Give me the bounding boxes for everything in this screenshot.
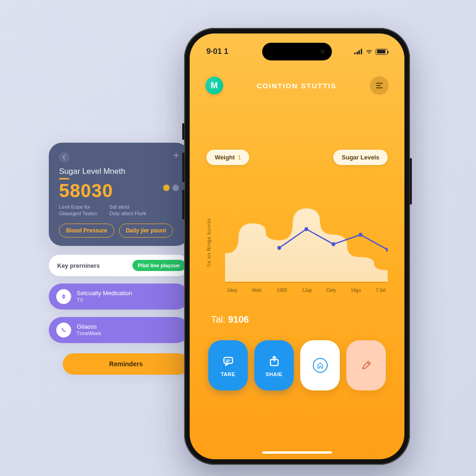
card-title: Sugar Level Mneth — [59, 162, 179, 176]
battery-icon — [376, 49, 388, 55]
phone-icon — [56, 323, 71, 337]
gliaoss-sub: TnneWeek — [77, 331, 101, 337]
medication-sub: TV — [77, 297, 132, 303]
chart-xtick: 1Jap — [302, 288, 312, 293]
back-icon[interactable] — [59, 152, 69, 162]
chart-xtick: Welc — [252, 288, 262, 293]
tare-label: TARE — [221, 371, 235, 377]
key-preminers-row[interactable]: Key prerniners Pilot line plaçoue — [49, 255, 189, 276]
chart: fia on Ninga bunrks 14epWelc18001JapOely… — [209, 188, 388, 298]
card-columns: Levil Eope for Glaseged Teston Sdi steld… — [59, 204, 179, 217]
wifi-icon — [365, 49, 373, 54]
app-logo[interactable]: M — [205, 77, 223, 94]
dot-active[interactable] — [163, 185, 170, 191]
chart-xtick: 14go — [350, 288, 361, 293]
volume-down — [182, 190, 185, 219]
card-pills: Blood Pressure Daily jier pount — [59, 224, 179, 238]
weight-chip-label: Weight — [215, 154, 235, 161]
weight-chip[interactable]: Weight 1 — [206, 150, 249, 165]
share-icon — [267, 354, 282, 369]
chart-xtick: 14ep — [227, 288, 237, 293]
col-1: Levil Eope for Glaseged Teston — [59, 204, 97, 217]
phone-screen: 9·01 1 M COINTION STUTTIS Weight 1 — [190, 33, 404, 459]
status-icons — [354, 49, 388, 55]
volume-up — [182, 152, 185, 182]
home-button[interactable] — [300, 340, 340, 390]
sugar-value: 58030 — [59, 180, 179, 201]
edit-button[interactable] — [346, 340, 386, 390]
share-label: SHAIE — [265, 371, 282, 377]
pencil-icon — [359, 358, 374, 373]
sugar-level-card: Sugar Level Mneth 58030 Levil Eope for G… — [49, 143, 189, 246]
add-icon[interactable] — [173, 152, 179, 159]
svg-rect-2 — [376, 87, 383, 88]
chat-icon — [221, 354, 236, 369]
svg-point-6 — [359, 233, 363, 237]
accent-rule — [59, 178, 69, 179]
silent-switch — [182, 123, 185, 140]
key-preminers-badge[interactable]: Pilot line plaçoue — [132, 260, 185, 271]
chart-xtick: 7:3el — [376, 288, 386, 293]
blood-pressure-button[interactable]: Blood Pressure — [59, 224, 114, 238]
daily-count-button[interactable]: Daily jier pount — [119, 224, 173, 238]
dot-inactive[interactable] — [172, 185, 179, 191]
svg-rect-1 — [376, 85, 381, 86]
action-row: TARE SHAIE — [208, 340, 386, 390]
medication-row[interactable]: Selcualty Medication TV — [49, 284, 189, 310]
sugar-chip-label: Sugar Levels — [342, 154, 379, 161]
cellular-icon — [354, 49, 363, 54]
weight-chip-value: 1 — [238, 154, 241, 161]
phone-frame: 9·01 1 M COINTION STUTTIS Weight 1 — [184, 28, 410, 465]
medication-label: Selcualty Medication — [77, 290, 132, 297]
share-button[interactable]: SHAIE — [254, 340, 294, 390]
gliaoss-text: Gliaoss TnneWeek — [77, 324, 101, 337]
pager-dots — [163, 185, 179, 191]
reminders-label: Reminders — [109, 360, 143, 368]
app-title: COINTION STUTTIS — [257, 82, 337, 90]
status-bar: 9·01 1 — [190, 44, 404, 60]
col-2-line-2: Dely altect Flurk — [109, 211, 146, 217]
chart-xlabels: 14epWelc18001JapOely14go7:3el — [225, 288, 388, 293]
sugar-levels-chip[interactable]: Sugar Levels — [333, 150, 388, 165]
gliaoss-row[interactable]: Gliaoss TnneWeek — [49, 317, 189, 343]
chart-xtick: Oely — [326, 288, 336, 293]
chart-xtick: 1800 — [277, 288, 287, 293]
svg-rect-0 — [376, 83, 383, 84]
reminders-button[interactable]: Reminders — [63, 353, 189, 375]
col-2: Sdi steld Dely altect Flurk — [109, 204, 146, 217]
menu-icon — [375, 82, 383, 89]
svg-point-5 — [331, 242, 335, 246]
total-readout: Tal: 9106 — [211, 314, 249, 325]
key-preminers-label: Key prerniners — [57, 262, 100, 269]
menu-button[interactable] — [370, 76, 389, 95]
home-icon — [313, 358, 328, 373]
chart-axis — [225, 282, 388, 283]
home-indicator[interactable] — [262, 451, 332, 454]
medication-text: Selcualty Medication TV — [77, 290, 132, 303]
svg-point-3 — [278, 246, 281, 250]
col-2-line-1: Sdi steld — [109, 204, 146, 211]
status-time: 9·01 1 — [206, 47, 228, 56]
chart-plot — [225, 188, 388, 282]
updown-icon — [56, 289, 71, 304]
col-1-line-2: Glaseged Teston — [59, 211, 97, 217]
filter-chips: Weight 1 Sugar Levels — [190, 150, 404, 165]
gliaoss-label: Gliaoss — [77, 324, 101, 331]
power-button — [410, 158, 412, 205]
chart-ylabel: fia on Ninga bunrks — [206, 205, 215, 280]
tare-button[interactable]: TARE — [208, 340, 248, 390]
total-label: Tal: — [211, 314, 225, 324]
svg-point-4 — [304, 227, 308, 231]
app-header: M COINTION STUTTIS — [190, 76, 404, 95]
col-1-line-1: Levil Eope for — [59, 204, 97, 211]
total-value: 9106 — [228, 314, 249, 324]
